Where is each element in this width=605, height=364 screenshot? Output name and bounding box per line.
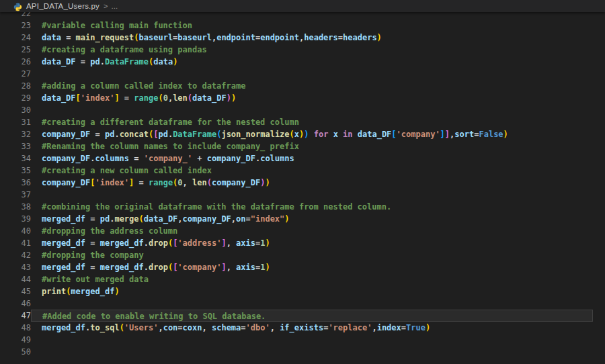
- code-token[interactable]: print: [42, 287, 66, 296]
- code-token[interactable]: =: [76, 57, 91, 66]
- code-text[interactable]: merged_df = merged_df.drop(['company'], …: [31, 261, 605, 273]
- code-token[interactable]: ]: [114, 93, 119, 103]
- code-token[interactable]: schema: [212, 323, 241, 332]
- code-token[interactable]: =: [129, 154, 144, 163]
- code-text[interactable]: data_DF = pd.DataFrame(data): [31, 56, 605, 68]
- code-token[interactable]: data_DF: [144, 214, 178, 224]
- code-line-26[interactable]: 26data_DF = pd.DataFrame(data): [0, 56, 605, 68]
- code-token[interactable]: on: [236, 214, 245, 224]
- code-text[interactable]: [31, 346, 605, 358]
- code-token[interactable]: #write out merged data: [42, 275, 149, 284]
- code-text[interactable]: #creating a dataframe using pandas: [31, 44, 605, 56]
- code-token[interactable]: x: [294, 130, 299, 139]
- code-token[interactable]: merged_df: [42, 238, 85, 248]
- code-token[interactable]: =: [61, 33, 76, 42]
- code-token[interactable]: merged_df: [42, 263, 85, 272]
- code-token[interactable]: data_DF: [192, 93, 227, 103]
- code-token[interactable]: =: [85, 238, 100, 248]
- code-text[interactable]: #creating a different dataframe for the …: [31, 116, 605, 128]
- code-text[interactable]: #creating a new column called index: [31, 165, 605, 177]
- code-token[interactable]: ,: [270, 323, 280, 332]
- code-token[interactable]: (: [290, 130, 294, 139]
- code-text[interactable]: merged_df = merged_df.drop(['address'], …: [31, 237, 605, 249]
- code-token[interactable]: json_normalize: [221, 130, 289, 139]
- code-token[interactable]: concat: [120, 130, 149, 139]
- code-token[interactable]: for: [309, 130, 333, 139]
- code-token[interactable]: ): [173, 57, 177, 66]
- code-line-24[interactable]: 24data = main_request(baseurl=baseurl,en…: [0, 32, 605, 44]
- code-token[interactable]: 'index': [95, 178, 129, 187]
- code-token[interactable]: merged_df: [100, 238, 144, 248]
- code-token[interactable]: company_DF: [183, 214, 231, 224]
- code-token[interactable]: ]: [445, 130, 450, 139]
- code-token[interactable]: main_request: [76, 33, 134, 42]
- code-token[interactable]: company_DF: [212, 178, 260, 187]
- code-token[interactable]: [: [76, 93, 81, 103]
- code-text[interactable]: data = main_request(baseurl=baseurl,endp…: [31, 32, 605, 44]
- code-token[interactable]: .: [144, 238, 149, 248]
- code-line-39[interactable]: 39merged_df = pd.merge(data_DF,company_D…: [0, 213, 605, 225]
- code-line-45[interactable]: 45print(merged_df): [0, 285, 605, 298]
- code-token[interactable]: +: [192, 154, 207, 163]
- code-token[interactable]: ]: [221, 263, 226, 272]
- code-token[interactable]: ): [265, 178, 270, 187]
- code-token[interactable]: ): [503, 130, 508, 139]
- code-token[interactable]: company_DF: [42, 154, 90, 163]
- code-text[interactable]: #combining the original dataframe with t…: [31, 201, 605, 213]
- code-token[interactable]: 'replace': [328, 323, 372, 332]
- code-token[interactable]: if_exists: [280, 323, 323, 332]
- code-text[interactable]: merged_df = pd.merge(data_DF,company_DF,…: [31, 213, 605, 225]
- code-line-47[interactable]: 47#Added code to enable writing to SQL d…: [0, 310, 605, 322]
- code-token[interactable]: #dropping the address column: [42, 226, 177, 236]
- code-token[interactable]: =: [241, 323, 245, 332]
- code-token[interactable]: merge: [114, 214, 138, 224]
- code-token[interactable]: ,: [202, 323, 212, 332]
- code-token[interactable]: data_DF: [358, 130, 392, 139]
- code-token[interactable]: ,: [227, 263, 236, 272]
- code-token[interactable]: 'index': [81, 93, 115, 103]
- code-line-44[interactable]: 44#write out merged data: [0, 273, 605, 285]
- code-token[interactable]: merged_df: [100, 263, 144, 272]
- code-token[interactable]: x: [333, 130, 338, 139]
- code-token[interactable]: .: [100, 57, 105, 66]
- code-token[interactable]: pd: [158, 130, 167, 139]
- code-token[interactable]: #Added code to enable writing to SQL dat…: [42, 312, 266, 321]
- code-token[interactable]: =: [246, 214, 251, 224]
- code-token[interactable]: #Renaming the column names to include co…: [42, 142, 299, 151]
- code-line-29[interactable]: 29data_DF['index'] = range(0,len(data_DF…: [0, 92, 605, 104]
- code-token[interactable]: len: [173, 93, 188, 103]
- code-token[interactable]: [: [391, 130, 396, 139]
- code-text[interactable]: #adding a column called index to datafra…: [31, 80, 605, 92]
- code-token[interactable]: =: [401, 323, 406, 332]
- code-token[interactable]: headers: [304, 33, 338, 42]
- code-token[interactable]: #combining the original dataframe with t…: [42, 202, 391, 212]
- code-token[interactable]: =: [338, 33, 343, 42]
- code-token[interactable]: con: [163, 323, 178, 332]
- code-text[interactable]: merged_df.to_sql('Users',con=coxn, schem…: [31, 322, 605, 334]
- code-token[interactable]: pd: [90, 57, 99, 66]
- code-text[interactable]: #dropping the company: [31, 249, 605, 261]
- code-token[interactable]: (: [120, 323, 124, 332]
- code-line-27[interactable]: 27: [0, 68, 605, 80]
- code-token[interactable]: index: [377, 323, 401, 332]
- code-token[interactable]: merged_df: [42, 323, 85, 332]
- code-token[interactable]: ,: [158, 323, 163, 332]
- code-token[interactable]: 'dbo': [246, 323, 270, 332]
- code-token[interactable]: #variable calling main function: [42, 21, 192, 30]
- code-token[interactable]: 'company': [177, 263, 221, 272]
- code-token[interactable]: columns: [95, 154, 129, 163]
- code-line-43[interactable]: 43merged_df = merged_df.drop(['company']…: [0, 261, 605, 273]
- code-line-33[interactable]: 33#Renaming the column names to include …: [0, 140, 605, 152]
- code-token[interactable]: =: [134, 178, 149, 187]
- code-text[interactable]: #Renaming the column names to include co…: [31, 140, 605, 152]
- code-line-37[interactable]: 37: [0, 189, 605, 201]
- code-token[interactable]: 'Users': [124, 323, 159, 332]
- code-text[interactable]: print(merged_df): [31, 285, 605, 298]
- code-text[interactable]: company_DF.columns = 'company_' + compan…: [31, 152, 605, 165]
- code-line-31[interactable]: 31#creating a different dataframe for th…: [0, 116, 605, 128]
- code-token[interactable]: ,: [177, 214, 182, 224]
- code-line-34[interactable]: 34company_DF.columns = 'company_' + comp…: [0, 152, 605, 165]
- code-line-48[interactable]: 48merged_df.to_sql('Users',con=coxn, sch…: [0, 322, 605, 334]
- code-token[interactable]: =: [90, 130, 105, 139]
- code-token[interactable]: ]: [221, 238, 226, 248]
